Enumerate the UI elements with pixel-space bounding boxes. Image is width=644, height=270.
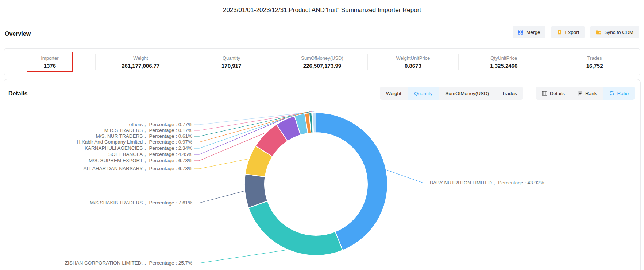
sync-to-crm-icon: [596, 30, 601, 35]
view-button-group: Details Rank Ratio: [536, 87, 635, 100]
importer-highlight-box: [27, 52, 73, 72]
sync-to-crm-button-label: Sync to CRM: [604, 30, 633, 35]
stat-label: Importer: [41, 55, 58, 61]
page-title: 2023/01/01-2023/12/31,Product AND"fruit"…: [0, 7, 644, 14]
export-button[interactable]: Export: [551, 26, 585, 38]
pie-label: M/S SHAKIB TRADERS， Percentage : 7.61%: [90, 200, 192, 206]
pie-label: BABY NUTRITION LIMITED， Percentage : 43.…: [430, 180, 544, 185]
tab-trades[interactable]: Trades: [495, 87, 523, 100]
tab-quantity[interactable]: Quantity: [408, 87, 439, 100]
rank-icon: [578, 91, 583, 96]
tab-label: Trades: [502, 91, 517, 96]
stat-label: Weight: [133, 55, 148, 61]
pie-label: ALLAHAR DAN NARSARY， Percentage : 6.73%: [84, 166, 192, 171]
pie-label: M.R.S TRADERS， Percentage : 0.17%: [104, 128, 192, 133]
stat-label: WeightUnitPrice: [396, 55, 430, 61]
stat-value: 16,752: [586, 63, 603, 69]
tab-label: Weight: [386, 91, 401, 96]
pie-label: H.Kabir And Company Limited， Percentage …: [77, 139, 192, 145]
details-heading: Details: [8, 90, 27, 97]
export-icon: [557, 30, 562, 35]
stat-sum-of-money: SumOfMoney(USD) 226,507,173.99: [277, 49, 368, 75]
pie-label: KARNAPHULI AGENCIES， Percentage : 2.34%: [85, 145, 192, 151]
stat-label: SumOfMoney(USD): [301, 55, 343, 61]
stat-value: 226,507,173.99: [303, 63, 341, 69]
stat-weight: Weight 261,177,006.77: [95, 49, 186, 75]
label-leader-line: [387, 170, 428, 183]
details-view-button[interactable]: Details: [536, 87, 571, 100]
pie-label: others， Percentage : 0.77%: [129, 122, 192, 127]
metric-tab-group: Weight Quantity SumOfMoney(USD) Trades: [380, 87, 523, 100]
stat-trades: Trades 16,752: [549, 49, 640, 75]
stat-quantity: Quantity 170,917: [186, 49, 277, 75]
importer-ratio-donut-chart: others， Percentage : 0.77%M.R.S TRADERS，…: [0, 98, 644, 270]
tab-label: Quantity: [414, 91, 432, 96]
stat-importer: Importer 1376: [4, 49, 95, 75]
details-controls: Weight Quantity SumOfMoney(USD) Trades D…: [380, 87, 635, 100]
pie-label: M/S. SUPREM EXPORT， Percentage : 6.73%: [89, 158, 192, 163]
ratio-icon: [609, 91, 614, 96]
stat-value: 170,917: [221, 63, 241, 69]
stat-label: Trades: [587, 55, 602, 61]
pie-segment[interactable]: [316, 113, 387, 250]
tab-weight[interactable]: Weight: [380, 87, 408, 100]
rank-view-button[interactable]: Rank: [571, 87, 603, 100]
pie-segment[interactable]: [313, 113, 316, 133]
stat-value: 261,177,006.77: [122, 63, 159, 69]
tab-label: SumOfMoney(USD): [445, 91, 489, 96]
view-button-label: Rank: [585, 91, 597, 96]
label-leader-line: [194, 250, 286, 263]
tab-sum-of-money[interactable]: SumOfMoney(USD): [439, 87, 495, 100]
stat-label: QtyUnitPrice: [490, 55, 517, 61]
stat-qty-unit-price: QtyUnitPrice 1,325.2466: [458, 49, 549, 75]
export-button-label: Export: [565, 30, 579, 35]
merge-button-label: Merge: [526, 30, 540, 35]
pie-label: SOFT BANGLA， Percentage : 4.45%: [108, 152, 192, 157]
view-button-label: Details: [550, 91, 565, 96]
overview-stats-panel: Importer 1376 Weight 261,177,006.77 Quan…: [4, 48, 640, 75]
view-button-label: Ratio: [617, 91, 629, 96]
merge-icon: [518, 30, 523, 35]
sync-to-crm-button[interactable]: Sync to CRM: [590, 26, 639, 38]
stat-value: 1,325.2466: [490, 63, 517, 69]
stat-value: 1376: [44, 63, 56, 69]
overview-heading: Overview: [5, 31, 31, 37]
pie-label: ZISHAN CORPORATION LIMITED.， Percentage …: [65, 260, 192, 266]
pie-label: M/S. NUR TRADERS， Percentage : 0.61%: [96, 133, 192, 139]
pie-segment[interactable]: [248, 201, 343, 255]
merge-button[interactable]: Merge: [513, 26, 545, 38]
stat-label: Quantity: [223, 55, 240, 61]
table-icon: [542, 91, 547, 96]
label-leader-line: [194, 159, 248, 169]
label-leader-line: [194, 191, 244, 203]
stat-weight-unit-price: WeightUnitPrice 0.8673: [367, 49, 458, 75]
overview-actions: Merge Export Sync to CRM: [513, 26, 639, 38]
ratio-view-button[interactable]: Ratio: [603, 87, 635, 100]
stat-value: 0.8673: [405, 63, 421, 69]
